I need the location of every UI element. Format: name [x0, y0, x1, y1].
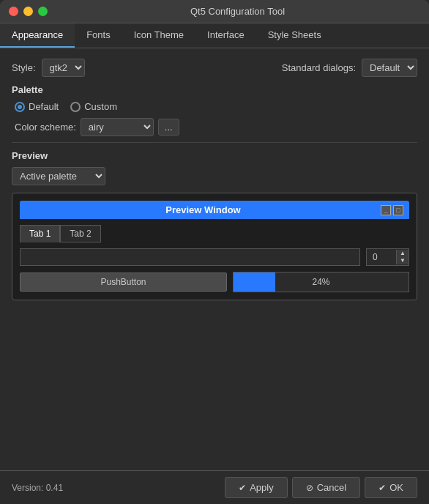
ok-icon: ✔ — [378, 483, 386, 493]
tab-fonts[interactable]: Fonts — [75, 23, 122, 48]
spinbox-up[interactable]: ▲ — [397, 250, 409, 257]
apply-icon: ✔ — [239, 483, 246, 493]
progress-bar-wrap: 24% — [233, 272, 409, 292]
progress-label: 24% — [233, 277, 409, 287]
cancel-button[interactable]: ⊘ Cancel — [292, 477, 360, 498]
spinbox-arrows: ▲ ▼ — [396, 250, 409, 264]
tab-icon-theme[interactable]: Icon Theme — [122, 23, 195, 48]
standard-dialogs-select[interactable]: Default — [362, 59, 417, 77]
palette-default-label: Default — [29, 101, 59, 112]
tab-appearance[interactable]: Appearance — [0, 23, 75, 48]
cancel-icon: ⊘ — [306, 483, 313, 493]
ok-button[interactable]: ✔ OK — [365, 477, 417, 498]
footer: Version: 0.41 ✔ Apply ⊘ Cancel ✔ OK — [0, 470, 429, 504]
preview-text-input[interactable] — [20, 248, 360, 266]
standard-dialogs-label: Standard dialogs: — [282, 62, 356, 73]
color-scheme-label: Color scheme: — [15, 122, 76, 133]
maximize-button[interactable] — [38, 7, 48, 16]
preview-spinbox: 0 ▲ ▼ — [366, 248, 409, 266]
preview-minimize-btn[interactable]: _ — [381, 205, 391, 215]
tab-bar: Appearance Fonts Icon Theme Interface St… — [0, 23, 429, 48]
preview-tab1[interactable]: Tab 1 — [20, 225, 60, 242]
palette-radio-row: Default Custom — [12, 101, 417, 112]
preview-palette-select[interactable]: Active palette Inactive palette Disabled… — [12, 167, 105, 185]
apply-button[interactable]: ✔ Apply — [225, 477, 288, 498]
preview-maximize-btn[interactable]: □ — [393, 205, 403, 215]
title-bar: Qt5 Configuration Tool — [0, 0, 429, 23]
minimize-button[interactable] — [23, 7, 33, 16]
close-button[interactable] — [9, 7, 18, 16]
preview-tabs: Tab 1 Tab 2 — [20, 225, 409, 242]
default-radio-circle — [15, 102, 25, 112]
color-scheme-dots-button[interactable]: ... — [158, 119, 179, 136]
palette-default-radio[interactable]: Default — [15, 101, 59, 112]
style-select[interactable]: gtk2 — [42, 59, 85, 77]
preview-section-title: Preview — [12, 150, 417, 161]
preview-buttons-row: PushButton 24% — [20, 272, 409, 292]
tab-interface[interactable]: Interface — [195, 23, 256, 48]
custom-radio-circle — [70, 102, 81, 112]
palette-section-title: Palette — [12, 84, 417, 95]
preview-tab2[interactable]: Tab 2 — [60, 225, 100, 242]
palette-custom-radio[interactable]: Custom — [70, 101, 117, 112]
preview-dropdown-row: Active palette Inactive palette Disabled… — [12, 167, 417, 185]
footer-buttons: ✔ Apply ⊘ Cancel ✔ OK — [225, 477, 417, 498]
color-scheme-row: Color scheme: airy ... — [12, 118, 417, 136]
divider — [12, 142, 417, 143]
main-content: Style: gtk2 Standard dialogs: Default Pa… — [0, 48, 429, 470]
spinbox-down[interactable]: ▼ — [397, 257, 409, 264]
window-controls — [9, 7, 48, 16]
preview-window-outer: Preview Window _ □ Tab 1 Tab 2 0 ▲ ▼ — [12, 193, 417, 300]
tab-style-sheets[interactable]: Style Sheets — [256, 23, 333, 48]
window-title: Qt5 Configuration Tool — [55, 6, 420, 17]
preview-section: Preview Active palette Inactive palette … — [12, 150, 417, 300]
style-row: Style: gtk2 Standard dialogs: Default — [12, 59, 417, 77]
preview-titlebar: Preview Window _ □ — [20, 201, 409, 219]
preview-controls: 0 ▲ ▼ — [20, 248, 409, 266]
version-text: Version: 0.41 — [12, 483, 63, 493]
preview-window-title: Preview Window — [26, 204, 381, 215]
push-button[interactable]: PushButton — [20, 273, 227, 292]
color-scheme-select[interactable]: airy — [81, 118, 154, 136]
preview-win-buttons: _ □ — [381, 205, 403, 215]
style-label: Style: — [12, 62, 36, 73]
spinbox-value: 0 — [367, 249, 396, 265]
palette-custom-label: Custom — [84, 101, 117, 112]
